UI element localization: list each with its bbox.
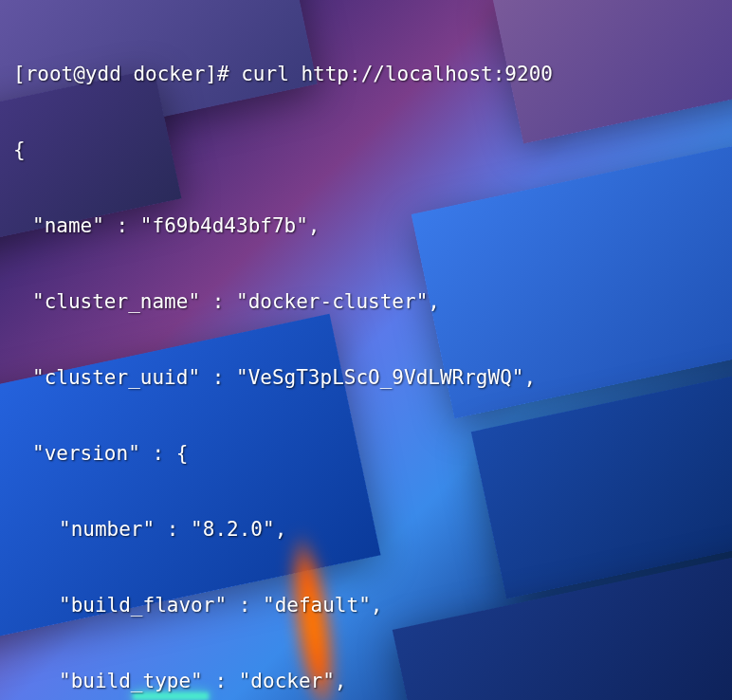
shell-prompt: [root@ydd docker]# — [13, 63, 241, 85]
json-key-cluster-name: cluster_name — [32, 290, 200, 313]
json-key-build-type: build_type — [59, 670, 203, 692]
json-key-build-flavor: build_flavor — [59, 594, 227, 617]
json-val-build-flavor: default — [263, 594, 371, 617]
command-text: curl http://localhost:9200 — [241, 63, 553, 85]
json-val-name: f69b4d43bf7b — [140, 214, 308, 237]
terminal-output: [root@ydd docker]# curl http://localhost… — [0, 0, 732, 700]
json-val-cluster-uuid: VeSgT3pLScO_9VdLWRrgWQ — [236, 366, 523, 389]
json-key-number: number — [59, 518, 155, 541]
json-key-cluster-uuid: cluster_uuid — [32, 366, 200, 389]
json-val-number: 8.2.0 — [191, 518, 275, 541]
json-brace-open: { — [13, 131, 719, 169]
json-val-build-type: docker — [239, 670, 335, 692]
json-key-version: version — [32, 442, 140, 465]
json-key-name: name — [32, 214, 104, 237]
json-val-cluster-name: docker-cluster — [236, 290, 428, 313]
